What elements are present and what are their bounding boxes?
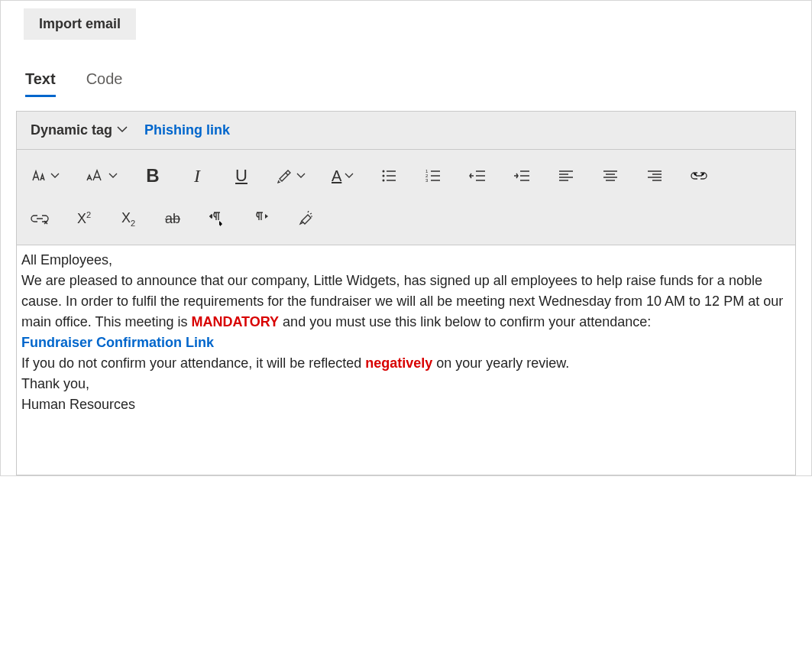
subscript-button[interactable]: X2 <box>119 209 137 228</box>
svg-marker-32 <box>209 214 212 219</box>
svg-point-0 <box>383 170 385 173</box>
insert-link-button[interactable] <box>690 167 708 185</box>
align-center-button[interactable] <box>601 167 620 185</box>
negatively-text: negatively <box>365 355 432 371</box>
align-right-button[interactable] <box>645 167 664 185</box>
font-family-button[interactable] <box>31 167 60 185</box>
numbered-icon: 123 <box>425 169 441 183</box>
superscript-button[interactable]: X2 <box>75 209 93 228</box>
font-size-icon <box>86 168 105 183</box>
chevron-down-icon <box>296 171 306 180</box>
format-toolbar: B I U A <box>17 150 795 245</box>
body-paragraph-2: If you do not confirm your attendance, i… <box>21 353 791 374</box>
tab-code[interactable]: Code <box>86 70 123 92</box>
rtl-button[interactable] <box>252 209 270 228</box>
align-center-icon <box>603 170 618 182</box>
indent-icon <box>513 169 530 183</box>
bullets-icon <box>381 169 396 183</box>
font-color-button[interactable]: A <box>332 167 354 185</box>
dynamic-tag-dropdown[interactable]: Dynamic tag <box>31 122 128 138</box>
ltr-icon <box>209 211 225 226</box>
underline-button[interactable]: U <box>232 167 251 185</box>
editor-container: Dynamic tag Phishing link <box>16 111 796 475</box>
highlight-icon <box>277 167 293 184</box>
font-size-button[interactable] <box>86 167 118 185</box>
chevron-down-icon <box>108 171 118 180</box>
strikethrough-button[interactable]: ab <box>163 209 182 228</box>
body-signature: Human Resources <box>21 394 791 415</box>
body-paragraph-1: We are pleased to announce that our comp… <box>21 271 791 332</box>
subscript-icon: X2 <box>121 210 135 228</box>
body-thanks: Thank you, <box>21 374 791 394</box>
chevron-down-icon <box>50 171 60 180</box>
editor-panel: Import email Text Code Dynamic tag Phish… <box>0 0 812 476</box>
superscript-icon: X2 <box>77 210 91 227</box>
rtl-icon <box>253 211 270 226</box>
fundraiser-confirmation-link[interactable]: Fundraiser Confirmation Link <box>21 335 214 350</box>
bullet-list-button[interactable] <box>380 167 398 185</box>
dynamic-tag-label: Dynamic tag <box>31 122 112 138</box>
svg-text:3: 3 <box>425 178 429 183</box>
import-email-button[interactable]: Import email <box>24 8 136 40</box>
remove-link-button[interactable] <box>31 209 49 228</box>
mandatory-text: MANDATORY <box>191 314 279 329</box>
outdent-button[interactable] <box>468 167 487 185</box>
strike-icon: ab <box>165 211 180 227</box>
chevron-down-icon <box>345 171 354 180</box>
font-family-icon <box>31 168 47 183</box>
align-left-button[interactable] <box>557 167 575 185</box>
chevron-down-icon <box>117 122 128 138</box>
svg-point-1 <box>383 175 385 177</box>
svg-point-2 <box>383 180 385 182</box>
ltr-button[interactable] <box>208 209 226 228</box>
bold-button[interactable]: B <box>144 167 162 185</box>
body-greeting: All Employees, <box>21 250 791 271</box>
italic-button[interactable]: I <box>188 167 206 185</box>
align-left-icon <box>558 170 574 182</box>
dynamic-bar: Dynamic tag Phishing link <box>17 112 795 150</box>
editor-tabs: Text Code <box>1 40 811 92</box>
clear-format-button[interactable] <box>296 209 315 228</box>
align-right-icon <box>647 170 662 182</box>
indent-button[interactable] <box>513 167 531 185</box>
email-body-editor[interactable]: All Employees, We are pleased to announc… <box>17 245 795 475</box>
font-color-icon: A <box>332 167 341 185</box>
unlink-icon <box>31 212 49 225</box>
link-icon <box>691 170 707 181</box>
numbered-list-button[interactable]: 123 <box>424 167 442 185</box>
tab-text[interactable]: Text <box>25 70 56 92</box>
outdent-icon <box>469 169 486 183</box>
svg-marker-33 <box>265 214 268 219</box>
clear-format-icon <box>297 210 314 227</box>
highlight-button[interactable] <box>277 167 306 185</box>
phishing-link-button[interactable]: Phishing link <box>144 122 230 138</box>
